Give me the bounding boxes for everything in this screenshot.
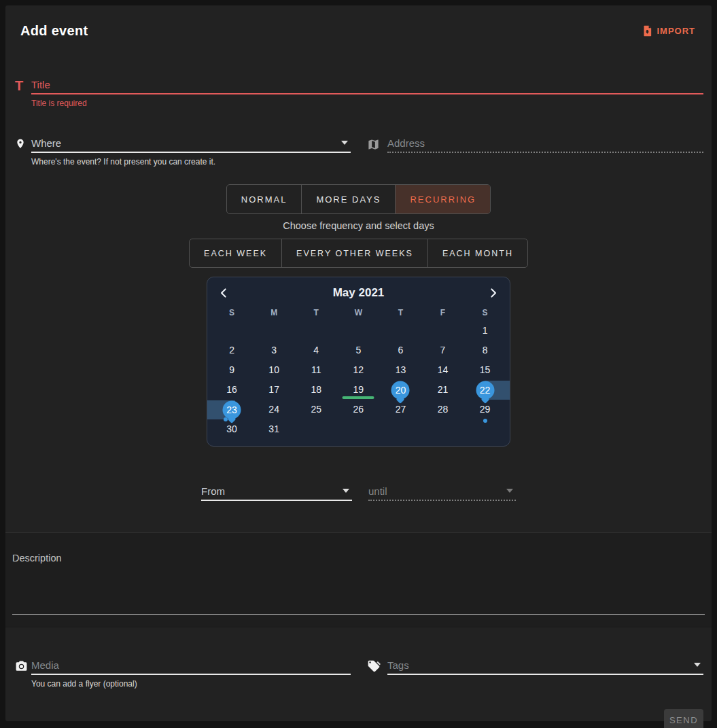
calendar-day-7[interactable]: 7 <box>421 341 464 360</box>
chevron-down-icon <box>341 141 348 145</box>
chevron-left-icon <box>219 288 230 298</box>
tags-placeholder: Tags <box>387 659 409 671</box>
today-underline <box>343 396 374 399</box>
selected-day-marker: 22 <box>476 381 494 399</box>
mode-tab-recurring[interactable]: RECURRING <box>395 185 490 213</box>
address-input[interactable]: Address <box>387 134 703 153</box>
description-underline <box>12 614 705 615</box>
calendar-day-29[interactable]: 29 <box>464 400 506 419</box>
where-field: Where <box>15 134 351 153</box>
from-select[interactable]: From <box>201 482 352 501</box>
until-placeholder: until <box>368 485 387 497</box>
media-hint: You can add a flyer (optional) <box>31 679 703 689</box>
chevron-down-icon <box>506 489 513 493</box>
calendar-day-empty <box>464 419 506 439</box>
description-label: Description <box>12 553 62 564</box>
frequency-tab-each-month[interactable]: EACH MONTH <box>427 239 527 267</box>
chevron-down-icon <box>343 489 349 493</box>
frequency-tab-every-other-weeks[interactable]: EVERY OTHER WEEKS <box>281 239 427 267</box>
tags-field: Tags <box>367 656 703 675</box>
calendar-day-15[interactable]: 15 <box>464 360 506 380</box>
where-placeholder: Where <box>31 137 61 149</box>
calendar-day-5[interactable]: 5 <box>337 341 379 360</box>
header: Add event IMPORT <box>5 5 712 39</box>
title-placeholder: Title <box>31 79 50 90</box>
frequency-tab-each-week[interactable]: EACH WEEK <box>190 239 281 267</box>
address-field: Address <box>367 134 703 153</box>
calendar-day-10[interactable]: 10 <box>253 360 295 380</box>
where-address-row: Where Address <box>15 134 703 153</box>
calendar-day-18[interactable]: 18 <box>295 380 337 400</box>
mode-tab-normal[interactable]: NORMAL <box>227 185 302 213</box>
calendar-day-16[interactable]: 16 <box>211 380 253 400</box>
calendar-day-empty <box>295 419 337 439</box>
mode-tab-more-days[interactable]: MORE DAYS <box>301 185 395 213</box>
page-title: Add event <box>20 23 88 39</box>
media-input[interactable]: Media <box>31 656 351 675</box>
calendar-day-empty <box>379 321 421 341</box>
calendar-day-12[interactable]: 12 <box>337 360 379 380</box>
map-icon <box>367 138 387 153</box>
weekday-label: S <box>211 305 253 321</box>
tags-select[interactable]: Tags <box>387 656 703 675</box>
weekday-label: F <box>421 305 464 321</box>
until-select[interactable]: until <box>368 482 516 501</box>
calendar-day-13[interactable]: 13 <box>379 360 421 380</box>
where-select[interactable]: Where <box>31 134 351 153</box>
calendar-weekday-row: SMTWTFS <box>211 305 506 321</box>
camera-icon <box>15 660 31 675</box>
mode-tab-group: NORMALMORE DAYSRECURRING <box>226 184 491 214</box>
calendar-day-1[interactable]: 1 <box>464 321 506 341</box>
calendar-day-2[interactable]: 2 <box>211 341 253 360</box>
chevron-right-icon <box>487 288 498 298</box>
import-label: IMPORT <box>657 26 695 36</box>
calendar-day-23[interactable]: 23 <box>211 400 253 419</box>
calendar-day-19[interactable]: 19 <box>337 380 379 400</box>
title-icon: T <box>15 79 31 94</box>
add-event-card: Add event IMPORT T Title Title is requir… <box>5 5 712 721</box>
calendar-day-17[interactable]: 17 <box>253 380 295 400</box>
calendar-day-6[interactable]: 6 <box>379 341 421 360</box>
weekday-label: T <box>379 305 421 321</box>
selected-day-marker: 23 <box>223 400 241 419</box>
calendar-day-9[interactable]: 9 <box>211 360 253 380</box>
media-tags-row: Media Tags <box>15 656 703 675</box>
calendar-day-22[interactable]: 22 <box>464 380 506 400</box>
calendar-day-4[interactable]: 4 <box>295 341 337 360</box>
location-pin-icon <box>15 137 31 153</box>
calendar-day-31[interactable]: 31 <box>253 419 295 439</box>
calendar-day-14[interactable]: 14 <box>421 360 464 380</box>
calendar-day-3[interactable]: 3 <box>253 341 295 360</box>
calendar-day-empty <box>379 419 421 439</box>
calendar-day-21[interactable]: 21 <box>421 380 464 400</box>
title-input[interactable]: Title <box>31 75 703 94</box>
calendar-day-26[interactable]: 26 <box>337 400 379 419</box>
send-button[interactable]: SEND <box>664 709 703 728</box>
calendar-day-24[interactable]: 24 <box>253 400 295 419</box>
calendar-day-28[interactable]: 28 <box>421 400 464 419</box>
import-button[interactable]: IMPORT <box>642 25 695 37</box>
calendar-day-empty <box>253 321 295 341</box>
calendar-next-button[interactable] <box>487 288 498 298</box>
calendar-day-25[interactable]: 25 <box>295 400 337 419</box>
calendar-header: May 2021 <box>211 281 506 305</box>
calendar-day-8[interactable]: 8 <box>464 341 506 360</box>
calendar-day-empty <box>295 321 337 341</box>
chevron-down-icon <box>694 663 701 667</box>
media-placeholder: Media <box>31 659 59 671</box>
calendar-day-20[interactable]: 20 <box>379 380 421 400</box>
where-hint: Where's the event? If not present you ca… <box>31 157 703 167</box>
calendar-day-30[interactable]: 30 <box>211 419 253 439</box>
time-row: From until <box>201 482 516 501</box>
calendar-grid: 1234567891011121314151617181920212223242… <box>211 321 506 439</box>
frequency-hint: Choose frequency and select days <box>5 220 712 231</box>
calendar-day-empty <box>337 321 379 341</box>
description-field[interactable]: Description <box>5 532 712 627</box>
weekday-label: S <box>464 305 506 321</box>
calendar-day-27[interactable]: 27 <box>379 400 421 419</box>
media-field: Media <box>15 656 351 675</box>
calendar-day-11[interactable]: 11 <box>295 360 337 380</box>
calendar-prev-button[interactable] <box>219 288 230 298</box>
weekday-label: W <box>337 305 379 321</box>
calendar-month-label: May 2021 <box>333 286 385 300</box>
